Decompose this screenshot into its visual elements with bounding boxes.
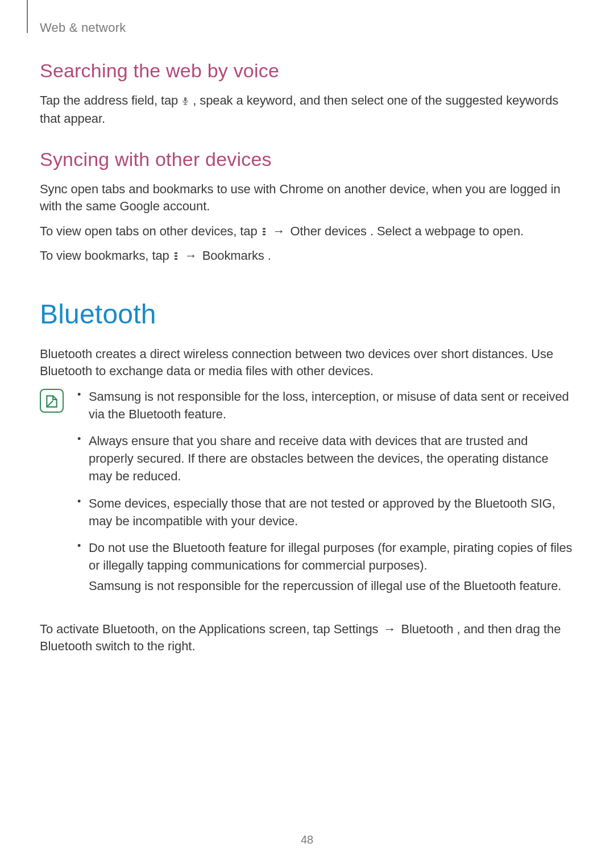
- para-bluetooth-intro: Bluetooth creates a direct wireless conn…: [40, 346, 574, 379]
- para-searching-voice: Tap the address field, tap , speak a key…: [40, 92, 574, 127]
- note-block: Samsung is not responsible for the loss,…: [40, 388, 574, 604]
- para-sync-intro: Sync open tabs and bookmarks to use with…: [40, 181, 574, 214]
- overflow-menu-icon: [262, 228, 267, 236]
- para-sync-bookmarks: To view bookmarks, tap → Bookmarks .: [40, 247, 574, 264]
- text: switch to the right.: [96, 639, 195, 653]
- arrow-icon: →: [185, 247, 197, 264]
- text: .: [268, 248, 271, 263]
- note-icon: [40, 389, 64, 413]
- text-bold: Bookmarks: [202, 248, 264, 263]
- text: . Select a webpage to open.: [370, 224, 524, 238]
- text: To view bookmarks, tap: [40, 248, 173, 263]
- header-rule: [27, 0, 28, 33]
- para-sync-tabs: To view open tabs on other devices, tap …: [40, 223, 574, 240]
- page-number: 48: [0, 833, 614, 846]
- list-item: Samsung is not responsible for the loss,…: [74, 388, 574, 423]
- text-bold: Bluetooth: [40, 639, 92, 653]
- text: To view open tabs on other devices, tap: [40, 224, 261, 238]
- text-bold: Bluetooth: [401, 622, 453, 636]
- overflow-menu-icon: [174, 252, 179, 260]
- heading-syncing: Syncing with other devices: [40, 148, 574, 171]
- list-item: Always ensure that you share and receive…: [74, 432, 574, 485]
- breadcrumb: Web & network: [40, 20, 126, 35]
- list-item: Some devices, especially those that are …: [74, 495, 574, 530]
- document-page: Web & network Searching the web by voice…: [0, 0, 614, 868]
- heading-bluetooth: Bluetooth: [40, 298, 574, 330]
- text: Samsung is not responsible for the reper…: [89, 577, 574, 595]
- text-bold: Settings: [334, 622, 379, 636]
- svg-rect-0: [184, 97, 186, 102]
- text: To activate Bluetooth, on the Applicatio…: [40, 622, 334, 636]
- text: Tap the address field, tap: [40, 93, 181, 107]
- arrow-icon: →: [383, 621, 396, 638]
- mic-icon: [182, 93, 189, 110]
- para-activate-bluetooth: To activate Bluetooth, on the Applicatio…: [40, 621, 574, 654]
- text: Do not use the Bluetooth feature for ill…: [89, 541, 572, 572]
- arrow-icon: →: [273, 223, 285, 240]
- text-bold: Other devices: [291, 224, 367, 238]
- note-list: Samsung is not responsible for the loss,…: [74, 388, 574, 604]
- list-item: Do not use the Bluetooth feature for ill…: [74, 539, 574, 595]
- heading-searching-voice: Searching the web by voice: [40, 60, 574, 82]
- page-content: Searching the web by voice Tap the addre…: [40, 0, 574, 654]
- text: , and then drag the: [457, 622, 561, 636]
